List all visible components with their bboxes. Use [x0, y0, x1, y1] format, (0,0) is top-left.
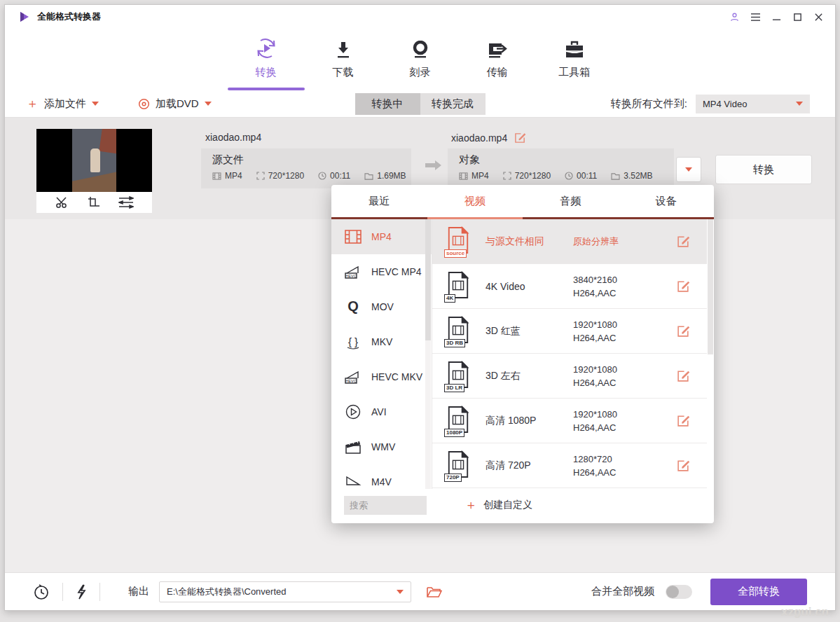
nav-label-toolbox: 工具箱	[558, 66, 590, 79]
search-input[interactable]	[344, 496, 427, 515]
load-dvd-button[interactable]: 加载DVD	[138, 97, 212, 111]
menu-icon[interactable]	[748, 10, 762, 24]
preset-spec1: 3840*2160	[573, 275, 617, 285]
caret-down-icon	[685, 167, 692, 172]
maximize-icon[interactable]	[790, 10, 804, 24]
target-resolution: 720*1280	[503, 171, 551, 181]
create-custom-button[interactable]: ＋ 创建自定义	[464, 499, 532, 511]
merge-all-label: 合并全部视频	[591, 585, 654, 598]
format-list-scrollbar[interactable]	[425, 219, 431, 489]
merge-toggle[interactable]	[666, 585, 692, 599]
hevc-play-icon: HEVC	[344, 368, 362, 385]
rename-edit-icon[interactable]	[514, 132, 526, 144]
format-item-m4v[interactable]: M4V	[331, 464, 432, 489]
convert-row-button[interactable]: 转换	[715, 155, 812, 184]
format-item-avi[interactable]: AVI	[331, 394, 432, 429]
preset-hd-720p[interactable]: 720P 高清 720P 1280*720H264,AAC	[432, 443, 714, 488]
open-output-folder-icon[interactable]	[427, 586, 442, 598]
film-icon	[459, 172, 468, 180]
video-thumbnail	[36, 129, 152, 213]
nav-tab-download[interactable]: 下载	[323, 29, 364, 90]
format-label: AVI	[371, 406, 387, 417]
add-files-button[interactable]: ＋ 添加文件	[26, 97, 99, 111]
tab-audio[interactable]: 音频	[523, 185, 619, 217]
watermark: xzgui.cn	[781, 605, 829, 619]
preset-hd-1080p[interactable]: 1080P 高清 1080P 1920*1080H264,AAC	[432, 399, 714, 443]
preset-spec1: 1280*720	[573, 454, 612, 464]
nav-label-burn: 刻录	[410, 66, 431, 79]
main-nav: 转换 下载 刻录 传输 工具箱	[5, 29, 835, 90]
format-item-mkv[interactable]: { } MKV	[331, 324, 432, 359]
add-files-label: 添加文件	[44, 97, 86, 111]
nav-tab-toolbox[interactable]: 工具箱	[554, 29, 595, 90]
nav-tab-burn[interactable]: 刻录	[400, 29, 441, 90]
edit-preset-icon[interactable]	[677, 279, 690, 293]
caret-down-icon	[397, 590, 404, 594]
preset-name: 与源文件相同	[486, 235, 573, 248]
plus-icon: ＋	[26, 97, 39, 110]
preset-badge: 3D LR	[444, 384, 464, 392]
caret-down-icon	[796, 102, 803, 106]
tab-converting[interactable]: 转换中	[355, 93, 420, 115]
edit-preset-icon[interactable]	[677, 324, 690, 338]
nav-label-download: 下载	[333, 66, 354, 79]
titlebar: 全能格式转换器	[5, 5, 835, 29]
format-item-hevc-mkv[interactable]: HEVC HEVC MKV	[331, 359, 432, 394]
quicktime-icon: Q	[344, 299, 362, 315]
target-format-dropdown-button[interactable]	[676, 157, 701, 182]
plus-icon: ＋	[464, 499, 477, 511]
nav-tab-transfer[interactable]: 传输	[477, 29, 518, 90]
bottom-bar: 输出 E:\全能格式转换器\Converted 合并全部视频 全部转换	[5, 572, 835, 610]
source-box-title: 源文件	[212, 153, 400, 167]
preset-3d-left-right[interactable]: 3D LR 3D 左右 1920*1080H264,AAC	[432, 354, 714, 399]
preset-spec1: 1920*1080	[573, 319, 617, 330]
high-speed-bolt-icon[interactable]	[76, 583, 87, 600]
toolbox-icon	[564, 41, 585, 60]
convert-all-button[interactable]: 全部转换	[710, 579, 807, 605]
tab-recent[interactable]: 最近	[331, 185, 427, 217]
source-file-name: xiaodao.mp4	[205, 132, 261, 143]
format-item-wmv[interactable]: WMV	[331, 429, 432, 464]
edit-preset-icon[interactable]	[677, 414, 690, 427]
preset-badge: 3D RB	[444, 339, 465, 347]
preset-spec2: H264,AAC	[573, 288, 616, 298]
format-item-hevc-mp4[interactable]: HEVC HEVC MP4	[331, 254, 432, 289]
effects-sliders-icon[interactable]	[118, 196, 134, 209]
preset-name: 3D 左右	[486, 370, 573, 382]
tab-device[interactable]: 设备	[619, 185, 715, 217]
source-file-badge-icon: source	[446, 226, 473, 257]
minimize-icon[interactable]	[769, 10, 783, 24]
format-item-mov[interactable]: Q MOV	[331, 289, 432, 324]
format-item-mp4[interactable]: MP4	[331, 219, 432, 254]
nav-tab-convert[interactable]: 转换	[246, 29, 287, 90]
preset-name: 4K Video	[486, 281, 573, 292]
tab-video[interactable]: 视频	[427, 185, 523, 217]
user-account-icon[interactable]	[727, 10, 741, 24]
output-label: 输出	[128, 585, 149, 598]
preset-name: 3D 红蓝	[486, 325, 573, 338]
preset-list-scrollbar[interactable]	[707, 219, 714, 489]
hevc-play-icon: HEVC	[344, 263, 362, 280]
4k-file-badge-icon: 4K	[446, 271, 473, 302]
trim-scissors-icon[interactable]	[55, 196, 69, 209]
preset-name: 高清 1080P	[486, 415, 573, 427]
tab-converted[interactable]: 转换完成	[420, 93, 486, 115]
preset-3d-red-blue[interactable]: 3D RB 3D 红蓝 1920*1080H264,AAC	[432, 309, 714, 354]
preset-list: source 与源文件相同 原始分辨率 4K 4K Video 3840*216…	[432, 219, 714, 489]
schedule-clock-icon[interactable]	[33, 583, 50, 600]
format-list: MP4 HEVC HEVC MP4 Q MOV { } MKV HEVC HEV…	[331, 219, 432, 489]
clock-icon	[318, 172, 326, 180]
edit-preset-icon[interactable]	[677, 459, 690, 472]
crop-icon[interactable]	[88, 196, 100, 209]
output-format-select[interactable]: MP4 Video	[696, 95, 810, 113]
preset-spec1: 1920*1080	[573, 364, 617, 375]
download-icon	[334, 41, 352, 60]
output-path-select[interactable]: E:\全能格式转换器\Converted	[159, 581, 411, 602]
preset-same-as-source[interactable]: source 与源文件相同 原始分辨率	[432, 219, 714, 264]
edit-preset-icon[interactable]	[677, 369, 690, 382]
close-icon[interactable]	[811, 10, 825, 24]
preset-4k-video[interactable]: 4K 4K Video 3840*2160H264,AAC	[432, 264, 714, 309]
edit-preset-icon[interactable]	[677, 235, 690, 248]
disc-icon	[138, 98, 150, 110]
format-label: HEVC MKV	[371, 371, 422, 382]
